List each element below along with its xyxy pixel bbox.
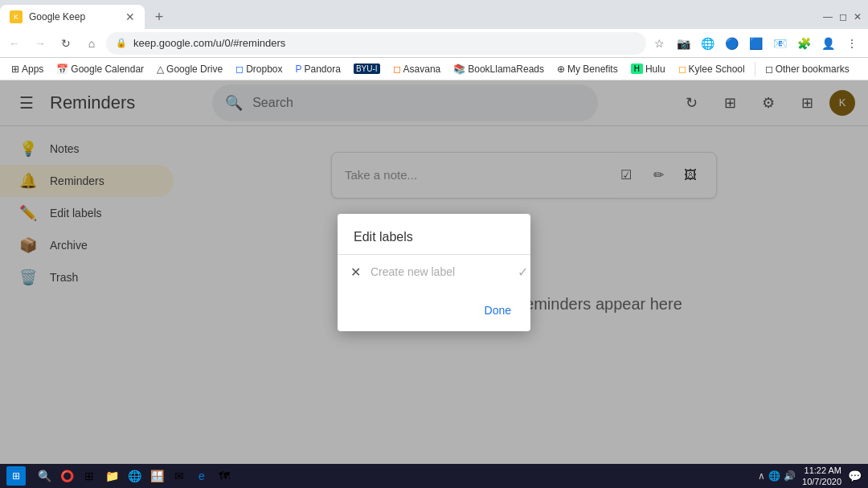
taskbar-volume-icon[interactable]: 🔊 [784,470,796,482]
bookmark-kylee-school-label: Kylee School [689,64,745,75]
screenshot-icon[interactable]: 📷 [674,34,693,53]
dropbox-bm-icon: ◻ [235,64,244,75]
window-controls: — ◻ ✕ [823,11,868,23]
new-tab-button[interactable]: + [148,6,170,28]
start-button[interactable]: ⊞ [6,466,26,486]
home-button[interactable]: ⌂ [80,32,103,55]
back-button[interactable]: ← [3,32,26,55]
bookmark-mybenefits-label: My Benefits [567,64,618,75]
more-options-icon[interactable]: ⋮ [842,34,862,53]
bookmark-bookllamareads[interactable]: 📚 BookLlamaReads [448,62,549,76]
apps-icon: ⊞ [11,64,19,75]
edit-labels-modal: Edit labels ✕ ✓ Done [338,214,530,331]
tab-bar: K Google Keep ✕ + — ◻ ✕ [0,0,868,29]
taskbar-task-view[interactable]: ⊞ [80,467,98,485]
taskbar-cortana[interactable]: ⭕ [58,467,76,485]
taskbar-pinned-icons: 🔍 ⭕ ⊞ 📁 🌐 🪟 ✉ e 🗺 [35,467,233,485]
extension-icon3[interactable]: 📧 [770,34,789,53]
windows-icon: ⊞ [12,470,20,482]
forward-button[interactable]: → [29,32,51,55]
bookmark-other-label: Other bookmarks [776,64,850,75]
refresh-button[interactable]: ↻ [55,32,77,55]
bookmark-pandora-label: Pandora [305,64,341,75]
bookmarks-bar: ⊞ Apps 📅 Google Calendar △ Google Drive … [0,58,868,80]
security-icon: 🔒 [116,38,127,48]
taskbar-right-area: ∧ 🌐 🔊 11:22 AM 10/7/2020 💬 [758,465,862,488]
taskbar-sys-icons: ∧ 🌐 🔊 [758,470,796,482]
asavana-bm-icon: ◻ [393,64,401,75]
extensions-button[interactable]: 🧩 [794,34,813,53]
bookmark-asavana-label: Asavana [403,64,441,75]
bookmark-google-drive[interactable]: △ Google Drive [152,62,227,76]
url-text: keep.google.com/u/0/#reminders [133,37,637,49]
bookmarks-separator [755,62,755,76]
bookmark-google-calendar[interactable]: 📅 Google Calendar [51,62,149,76]
url-bar[interactable]: 🔒 keep.google.com/u/0/#reminders [106,32,646,55]
extension-icon1[interactable]: 🔵 [722,34,741,53]
bookmark-bookllamareads-label: BookLlamaReads [468,64,544,75]
pandora-bm-icon: P [295,64,301,75]
taskbar-mail[interactable]: ✉ [170,467,188,485]
tab-close-button[interactable]: ✕ [125,10,135,23]
bookmark-apps-label: Apps [22,64,43,75]
tab-favicon: K [10,10,23,23]
modal-title: Edit labels [338,214,530,254]
bookmark-byui[interactable]: BYU-I [349,62,385,76]
taskbar-notification-icon[interactable]: 💬 [848,470,862,482]
taskbar-explorer[interactable]: 📁 [103,467,121,485]
taskbar: ⊞ 🔍 ⭕ ⊞ 📁 🌐 🪟 ✉ e 🗺 ∧ 🌐 🔊 11:22 AM 10/7/… [0,464,868,488]
taskbar-date-display: 10/7/2020 [802,476,841,487]
bookmark-calendar-label: Google Calendar [71,64,144,75]
bookmark-asavana[interactable]: ◻ Asavana [388,62,446,76]
bookmark-drive-label: Google Drive [166,64,223,75]
address-bar: ← → ↻ ⌂ 🔒 keep.google.com/u/0/#reminders… [0,29,868,58]
bookllamareads-bm-icon: 📚 [453,64,465,75]
minimize-button[interactable]: — [823,11,833,23]
bookmark-pandora[interactable]: P Pandora [290,62,345,76]
bookmark-kylee-school[interactable]: ◻ Kylee School [674,62,750,76]
mybenefits-bm-icon: ⊕ [557,64,565,75]
calendar-bm-icon: 📅 [56,64,68,75]
modal-clear-button[interactable]: ✕ [347,261,364,283]
bookmark-other[interactable]: ◻ Other bookmarks [760,62,854,76]
taskbar-search[interactable]: 🔍 [35,467,53,485]
kylee-bm-icon: ◻ [678,64,686,75]
modal-overlay: Edit labels ✕ ✓ Done [0,80,868,464]
bookmark-mybenefits[interactable]: ⊕ My Benefits [552,62,623,76]
bookmark-dropbox[interactable]: ◻ Dropbox [231,62,287,76]
modal-confirm-icon[interactable]: ✓ [518,265,528,280]
hulu-bm-icon: H [631,64,643,74]
bookmark-dropbox-label: Dropbox [246,64,282,75]
bookmark-hulu-label: Hulu [645,64,665,75]
profile-circle[interactable]: 🌐 [698,34,717,53]
bookmark-star-icon[interactable]: ☆ [649,34,669,53]
modal-actions: Done [338,289,530,331]
taskbar-edge[interactable]: e [193,467,211,485]
byui-bm-icon: BYU-I [354,64,380,74]
taskbar-chrome[interactable]: 🌐 [125,467,143,485]
address-bar-actions: ☆ 📷 🌐 🔵 🟦 📧 🧩 👤 ⋮ [649,34,865,53]
close-button[interactable]: ✕ [854,11,862,23]
taskbar-up-arrow[interactable]: ∧ [758,470,765,482]
extension-icon2[interactable]: 🟦 [746,34,765,53]
taskbar-clock[interactable]: 11:22 AM 10/7/2020 [802,465,841,488]
bookmark-apps[interactable]: ⊞ Apps [6,62,48,76]
tab-title: Google Keep [29,11,119,23]
taskbar-app7[interactable]: 🗺 [215,467,233,485]
taskbar-network-icon[interactable]: 🌐 [768,470,780,482]
taskbar-windows-old[interactable]: 🪟 [148,467,166,485]
drive-bm-icon: △ [157,64,164,75]
user-avatar-small[interactable]: 👤 [818,34,837,53]
active-tab[interactable]: K Google Keep ✕ [0,5,145,29]
modal-input-row: ✕ ✓ [338,255,530,289]
other-bm-icon: ◻ [765,64,773,75]
bookmark-hulu[interactable]: H Hulu [626,62,670,76]
modal-done-button[interactable]: Done [478,299,518,322]
maximize-button[interactable]: ◻ [839,11,847,23]
new-label-input[interactable] [371,265,511,278]
taskbar-time-display: 11:22 AM [802,465,841,476]
